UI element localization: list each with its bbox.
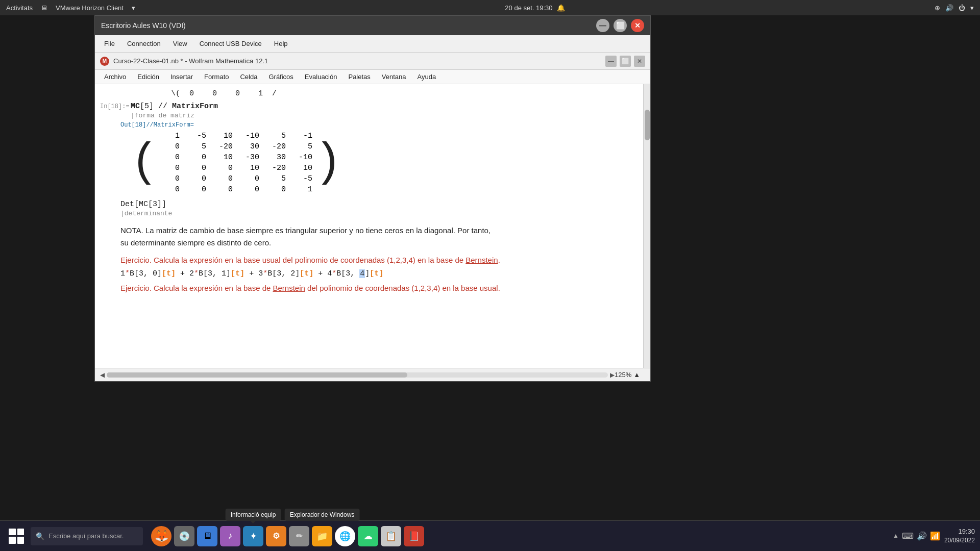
bernstein-link-1[interactable]: Bernstein bbox=[465, 256, 498, 264]
det-comment: |determinante bbox=[100, 210, 623, 217]
taskbar-firefox-icon[interactable]: 🦊 bbox=[151, 526, 172, 546]
system-datetime: 20 de set. 19:30 bbox=[505, 4, 552, 12]
math-titlebar-left: M Curso-22-Clase-01.nb * - Wolfram Mathe… bbox=[100, 57, 268, 66]
math-menu-edicion[interactable]: Edición bbox=[132, 71, 164, 82]
taskbar-music-icon[interactable]: ♪ bbox=[220, 526, 240, 546]
taskbar-pdf-icon[interactable]: 📕 bbox=[404, 526, 424, 546]
notebook-statusbar: ◀ ▶ 125% ▲ bbox=[95, 368, 650, 381]
math-menu-celda[interactable]: Celda bbox=[235, 71, 262, 82]
taskbar-cursor-icon[interactable]: ✦ Informació equip bbox=[243, 526, 263, 546]
vmware-window-title: Escritorio Aules W10 (VDI) bbox=[101, 21, 186, 30]
cell-in18: In[18]:= MC[5] // MatrixForm bbox=[100, 102, 623, 111]
start-button[interactable] bbox=[5, 525, 28, 547]
math-menu-ventana[interactable]: Ventana bbox=[377, 71, 411, 82]
tray-network-icon[interactable]: 📶 bbox=[930, 531, 940, 541]
vmware-label[interactable]: VMware Horizon Client bbox=[56, 4, 124, 12]
taskbar-disk-icon[interactable]: 💿 bbox=[174, 526, 194, 546]
tray-volume-icon[interactable]: 🔊 bbox=[917, 531, 927, 541]
math-menu-graficos[interactable]: Gráficos bbox=[263, 71, 298, 82]
matrix-display: ( 1 -5 10 -10 5 -1 0 5 - bbox=[131, 132, 623, 194]
volume-icon[interactable]: 🔊 bbox=[945, 4, 953, 12]
taskbar-app-icons: 🦊 💿 🖥 ♪ ✦ Informació equip ⚙ ✏ 📁 bbox=[151, 526, 424, 546]
vmware-titlebar: Escritorio Aules W10 (VDI) — ⬜ ✕ bbox=[95, 16, 650, 35]
out18-label: Out[18]//MatrixForm= bbox=[120, 121, 623, 129]
math-menu-formato[interactable]: Formato bbox=[199, 71, 234, 82]
info-equip-tooltip: Informació equip bbox=[226, 509, 281, 521]
vmware-window: Escritorio Aules W10 (VDI) — ⬜ ✕ File Co… bbox=[94, 15, 651, 382]
vmware-close-button[interactable]: ✕ bbox=[631, 19, 644, 32]
zoom-value: 125% bbox=[615, 371, 631, 379]
taskbar-monitor-icon[interactable]: 🖥 bbox=[197, 526, 217, 546]
search-bar[interactable]: 🔍 Escribe aquí para buscar. bbox=[31, 527, 143, 545]
math-close-button[interactable]: ✕ bbox=[634, 56, 645, 67]
vmware-menu-view[interactable]: View bbox=[168, 38, 192, 49]
matrix-row-6: 0 0 0 0 0 1 bbox=[160, 185, 312, 194]
search-input-display[interactable]: Escribe aquí para buscar. bbox=[48, 532, 124, 540]
matrix-row-5: 0 0 0 0 5 -5 bbox=[160, 174, 312, 183]
zoom-indicator: 125% ▲ bbox=[615, 371, 645, 379]
hscrollbar-track[interactable] bbox=[107, 372, 608, 378]
vmware-minimize-button[interactable]: — bbox=[596, 19, 609, 32]
notification-icon[interactable]: 🔔 bbox=[557, 4, 565, 12]
nota-text: NOTA. La matriz de cambio de base siempr… bbox=[120, 224, 621, 249]
datetime-display[interactable]: 19:30 20/09/2022 bbox=[944, 527, 975, 545]
math-menu-archivo[interactable]: Archivo bbox=[99, 71, 131, 82]
zoom-up-icon[interactable]: ▲ bbox=[633, 371, 640, 379]
ejercicio1-text: Ejercicio. Calcula la expresión en la ba… bbox=[120, 254, 623, 266]
matrix-rows: 1 -5 10 -10 5 -1 0 5 -20 30 -20 bbox=[160, 132, 312, 194]
info-tooltip-text: Informació equip bbox=[231, 511, 276, 518]
vmware-menu-file[interactable]: File bbox=[99, 38, 120, 49]
notebook-scroll[interactable]: \( 0 0 0 1 / In[18]:= MC[5] // MatrixFor… bbox=[95, 84, 643, 368]
bernstein-link-2[interactable]: Bernstein bbox=[273, 284, 305, 292]
math-menu-insertar[interactable]: Insertar bbox=[165, 71, 198, 82]
vmware-menu-connection[interactable]: Connection bbox=[122, 38, 166, 49]
det-code: Det[MC[3]] bbox=[120, 200, 166, 209]
mathematica-title: Curso-22-Clase-01.nb * - Wolfram Mathema… bbox=[113, 57, 268, 65]
search-icon: 🔍 bbox=[36, 532, 44, 540]
code-line-1: 1*B[3, 0][t] + 2*B[3, 1][t] + 3*B[3, 2][… bbox=[120, 269, 623, 278]
det-cell: Det[MC[3]] bbox=[100, 200, 623, 209]
nota-line2: su determinante siempre es distinto de c… bbox=[120, 238, 271, 247]
math-menu-evaluacion[interactable]: Evaluación bbox=[300, 71, 342, 82]
taskbar-chrome-icon[interactable]: 🌐 bbox=[335, 526, 355, 546]
taskbar-cau-icon[interactable]: ⚙ bbox=[266, 526, 286, 546]
mathematica-logo: M bbox=[100, 57, 109, 66]
vmware-dropdown-icon[interactable]: ▾ bbox=[132, 4, 135, 12]
matrix-row-3: 0 0 10 -30 30 -10 bbox=[160, 153, 312, 162]
network-icon[interactable]: ⊕ bbox=[935, 4, 940, 12]
system-bar-right: ⊕ 🔊 ⏻ ▾ bbox=[935, 4, 974, 12]
in18-code: MC[5] // MatrixForm bbox=[131, 102, 218, 111]
keyboard-icon[interactable]: ⌨ bbox=[902, 531, 914, 541]
taskbar-filemanager-icon[interactable]: 📁 Explorador de Windows bbox=[312, 526, 332, 546]
math-menu-ayuda[interactable]: Ayuda bbox=[412, 71, 442, 82]
math-restore-button[interactable]: ⬜ bbox=[620, 56, 631, 67]
taskbar-right: ▲ ⌨ 🔊 📶 19:30 20/09/2022 bbox=[893, 527, 975, 545]
explorador-tooltip-text: Explorador de Windows bbox=[290, 511, 355, 518]
vscrollbar[interactable] bbox=[643, 84, 650, 368]
taskbar-tray: ▲ ⌨ 🔊 📶 bbox=[893, 531, 940, 541]
taskbar-cloud-icon[interactable]: ☁ bbox=[358, 526, 378, 546]
system-bar-left: Activitats 🖥 VMware Horizon Client ▾ bbox=[6, 4, 135, 12]
settings-icon[interactable]: ▾ bbox=[970, 4, 974, 12]
matrix-left-bracket: ( bbox=[131, 140, 158, 186]
date-display: 20/09/2022 bbox=[944, 536, 975, 545]
vmware-menu-connect-usb[interactable]: Connect USB Device bbox=[194, 38, 267, 49]
hscrollbar-thumb[interactable] bbox=[107, 372, 407, 378]
hscroll-left-arrow[interactable]: ◀ bbox=[100, 371, 105, 379]
taskbar-notes-icon[interactable]: 📋 bbox=[381, 526, 401, 546]
activities-label[interactable]: Activitats bbox=[6, 4, 33, 12]
math-menu-paletas[interactable]: Paletas bbox=[343, 71, 375, 82]
notebook-content: \( 0 0 0 1 / In[18]:= MC[5] // MatrixFor… bbox=[95, 84, 650, 368]
power-icon[interactable]: ⏻ bbox=[959, 4, 965, 12]
taskbar-chat-icon[interactable]: ✏ bbox=[289, 526, 309, 546]
vscrollbar-thumb[interactable] bbox=[645, 110, 650, 140]
matrix-right-bracket: ) bbox=[314, 140, 342, 186]
hscroll-right-arrow[interactable]: ▶ bbox=[610, 371, 615, 379]
math-minimize-button[interactable]: — bbox=[605, 56, 617, 67]
vmware-menu-help[interactable]: Help bbox=[269, 38, 293, 49]
mathematica-window: M Curso-22-Clase-01.nb * - Wolfram Mathe… bbox=[95, 53, 650, 381]
taskbar: 🔍 Escribe aquí para buscar. 🦊 💿 🖥 ♪ ✦ In… bbox=[0, 520, 980, 551]
tray-arrow-icon[interactable]: ▲ bbox=[893, 532, 899, 539]
vmware-maximize-button[interactable]: ⬜ bbox=[614, 19, 627, 32]
time-display: 19:30 bbox=[944, 527, 975, 536]
